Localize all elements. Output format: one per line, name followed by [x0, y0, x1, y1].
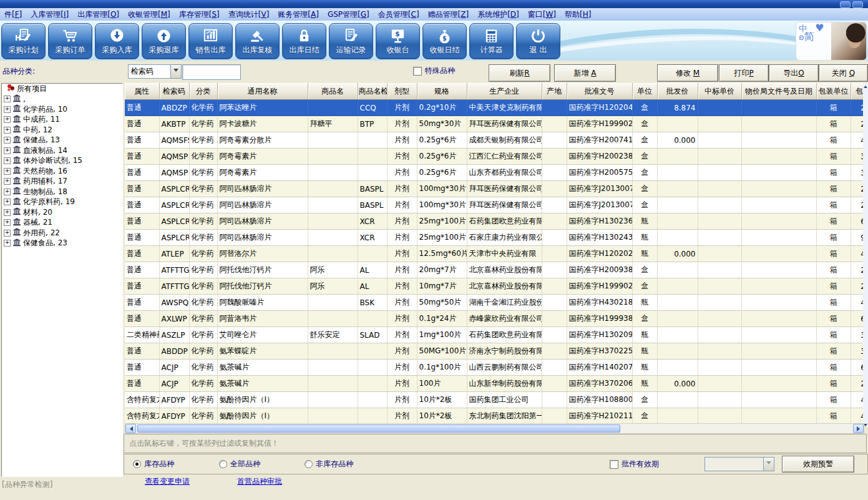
- column-header[interactable]: 生产企业: [467, 83, 542, 100]
- tree-item[interactable]: +保健食品, 23: [2, 238, 122, 249]
- checkbox-icon[interactable]: [413, 67, 422, 76]
- tree-item[interactable]: +,: [2, 94, 122, 105]
- tree-item[interactable]: +体外诊断试剂, 15: [2, 156, 122, 167]
- table-row[interactable]: 普通AQMSP化学药阿奇霉素片片剂0.25g*6片江西汇仁药业有限公司国药准字H…: [125, 149, 863, 165]
- tree-item[interactable]: +化学药品, 10: [2, 104, 122, 115]
- table-row[interactable]: 普通AQMSP化学药阿奇霉素片片剂0.25g*6片山东齐都药业有限公司国药准字H…: [125, 165, 863, 181]
- special-items-checkbox[interactable]: 特殊品种: [413, 66, 455, 76]
- column-header[interactable]: 包装: [851, 83, 863, 100]
- expand-plus-icon[interactable]: +: [4, 147, 11, 154]
- radio-stock-items[interactable]: 库存品种: [133, 459, 174, 469]
- menu-item-C[interactable]: 会员管理[C]: [374, 9, 424, 20]
- expand-plus-icon[interactable]: +: [4, 157, 11, 164]
- table-row[interactable]: 普通ACJP化学药氨茶碱片片剂0.1g*100片山西云鹏制药有限公司国药准字H1…: [125, 360, 863, 376]
- menu-item-W[interactable]: 窗口[W]: [524, 9, 560, 20]
- table-row[interactable]: 普通ATFTTGP化学药阿托伐他汀钙片阿乐AL片剂20mg*7片北京嘉林药业股份…: [125, 262, 863, 278]
- table-row[interactable]: 普通AKBTP化学药阿卡波糖片拜糖平BTP片剂50mg*30片拜耳医药保健有限公…: [125, 116, 863, 132]
- expand-plus-icon[interactable]: +: [4, 240, 11, 247]
- menu-item-G[interactable]: GSP管理[G]: [323, 9, 374, 20]
- vertical-scrollbar[interactable]: [863, 83, 868, 423]
- view-change-request-link[interactable]: 查看变更申请: [145, 476, 190, 487]
- toolbar-button-arrow-down-circle[interactable]: 采购入库: [95, 23, 139, 59]
- window-close-button[interactable]: [852, 1, 863, 8]
- tree-item[interactable]: +材料, 20: [2, 207, 122, 218]
- menu-item-H[interactable]: 帮助[H]: [560, 9, 595, 20]
- menu-item-S[interactable]: 库存管理[S]: [175, 9, 224, 20]
- column-header[interactable]: 中标单价: [698, 83, 741, 100]
- modify-button[interactable]: 修改 M: [657, 64, 718, 82]
- table-row[interactable]: 二类精神药ASZLP化学药艾司唑仑片舒乐安定SLAD片剂1mg*100片石药集团…: [125, 327, 863, 343]
- table-row[interactable]: 普通ATFTTGP化学药阿托伐他汀钙片阿乐AL片剂10mg*7片北京嘉林药业股份…: [125, 278, 863, 295]
- scrollbar-thumb[interactable]: [137, 424, 620, 433]
- expiry-warning-button[interactable]: 效期预警: [782, 456, 854, 473]
- menu-item-V[interactable]: 查询统计[V]: [224, 9, 274, 20]
- first-sale-approval-link[interactable]: 首营品种审批: [237, 476, 282, 487]
- table-row[interactable]: 普通AXLWP化学药阿昔洛韦片片剂0.1g*24片赤峰蒙欣药业有限公司国药准字H…: [125, 311, 863, 327]
- tree-item[interactable]: +中药, 12: [2, 125, 122, 135]
- add-button[interactable]: 新增 A: [554, 64, 616, 82]
- expand-plus-icon[interactable]: +: [4, 137, 11, 144]
- column-header[interactable]: 商品名检: [358, 83, 387, 100]
- tree-item[interactable]: +中成药, 11: [2, 115, 122, 125]
- window-minimize-button[interactable]: [840, 1, 851, 8]
- column-header[interactable]: 产地: [542, 83, 567, 100]
- column-header[interactable]: 属性: [125, 83, 159, 100]
- menu-item-D[interactable]: 系统维护[D]: [473, 9, 524, 20]
- expand-plus-icon[interactable]: +: [4, 127, 11, 134]
- chevron-down-icon[interactable]: [170, 65, 181, 78]
- expand-plus-icon[interactable]: +: [4, 209, 11, 216]
- menu-item-M[interactable]: 收银管理[M]: [124, 9, 175, 20]
- menu-item-Z[interactable]: 赠品管理[Z]: [424, 9, 474, 20]
- tree-item[interactable]: +药用辅料, 17: [2, 177, 122, 187]
- toolbar-button-cart[interactable]: 采购订单: [48, 23, 92, 59]
- table-row[interactable]: 普通AQMSFSP化学药阿奇霉素分散片片剂0.25g*6片成都天银制药有限公司国…: [125, 132, 863, 149]
- tree-item[interactable]: +血液制品, 14: [2, 145, 122, 156]
- toolbar-button-bar-chart[interactable]: 销售出库: [188, 23, 233, 59]
- tree-root-all-items[interactable]: 所有项目: [2, 84, 122, 94]
- search-input[interactable]: [182, 64, 241, 80]
- search-field-selector[interactable]: 检索码: [128, 64, 182, 79]
- radio-icon[interactable]: [133, 460, 141, 468]
- expand-plus-icon[interactable]: +: [4, 168, 11, 175]
- tree-item[interactable]: +化学原料药, 19: [2, 197, 122, 208]
- export-button[interactable]: 导出O: [769, 64, 819, 82]
- horizontal-scrollbar[interactable]: [125, 423, 864, 434]
- table-row[interactable]: 普通ASPLCRP化学药阿司匹林肠溶片BASPL片剂100mg*30片拜耳医药保…: [125, 197, 863, 213]
- column-header[interactable]: 物价局文件号及日期: [741, 83, 816, 100]
- column-header[interactable]: 分类: [189, 83, 217, 100]
- column-header[interactable]: 剂型: [387, 83, 417, 100]
- tree-item[interactable]: +外用药, 22: [2, 228, 122, 238]
- expand-plus-icon[interactable]: +: [4, 106, 11, 113]
- toolbar-button-padlock[interactable]: 出库日结: [282, 23, 326, 59]
- toolbar-button-arrow-up-circle[interactable]: 采购退库: [142, 23, 186, 59]
- radio-all-items[interactable]: 全部品种: [219, 459, 260, 469]
- checkbox-icon[interactable]: [610, 460, 618, 469]
- close-button[interactable]: 关闭 Q: [819, 64, 868, 82]
- tree-item[interactable]: +器械, 21: [2, 218, 122, 228]
- anomaly-check-link[interactable]: [品种异常检测]: [2, 479, 52, 490]
- column-header[interactable]: 规格: [417, 83, 467, 100]
- column-header[interactable]: 通用名称: [217, 83, 308, 100]
- toolbar-button-power[interactable]: 退 出: [516, 23, 560, 59]
- expand-plus-icon[interactable]: +: [4, 178, 11, 185]
- scroll-left-button[interactable]: [125, 424, 136, 433]
- tree-item[interactable]: +生物制品, 18: [2, 187, 122, 197]
- table-row[interactable]: 普通ACJP化学药氨茶碱片片剂100片山东新华制药股份有限国药准字H370206…: [125, 376, 863, 392]
- expand-plus-icon[interactable]: +: [4, 230, 11, 237]
- radio-non-stock-items[interactable]: 非库存品种: [305, 459, 353, 469]
- column-header[interactable]: 单位: [632, 83, 657, 100]
- menu-item-F[interactable]: 件[F]: [0, 9, 26, 20]
- table-row[interactable]: 普通AWSPQP化学药阿魏酸哌嗪片BSK片剂50mg*50片湖南千金湘江药业股份…: [125, 295, 863, 311]
- scroll-right-button[interactable]: [853, 424, 864, 433]
- toolbar-button-calculator[interactable]: 计算器: [469, 23, 514, 59]
- column-header[interactable]: 批发价: [657, 83, 698, 100]
- table-row[interactable]: 普通ASPLCRP化学药阿司匹林肠溶片XCR片剂25mg*100片石药集团欧意药…: [125, 213, 863, 230]
- toolbar-button-plan-note[interactable]: H采购计划: [1, 23, 46, 59]
- scroll-up-icon[interactable]: [864, 84, 867, 88]
- radio-icon[interactable]: [219, 460, 227, 468]
- column-header[interactable]: 检索码: [159, 83, 189, 100]
- toolbar-button-monitor-dollar[interactable]: $收银台: [376, 23, 420, 59]
- menu-item-I[interactable]: 入库管理[I]: [26, 9, 73, 20]
- validity-checkbox[interactable]: 批件有效期: [610, 459, 659, 469]
- table-row[interactable]: 含特药复方AFDYP化学药氨酚待因片（Ⅰ）片剂10片*2板东北制药集团沈阳第一国…: [125, 408, 863, 424]
